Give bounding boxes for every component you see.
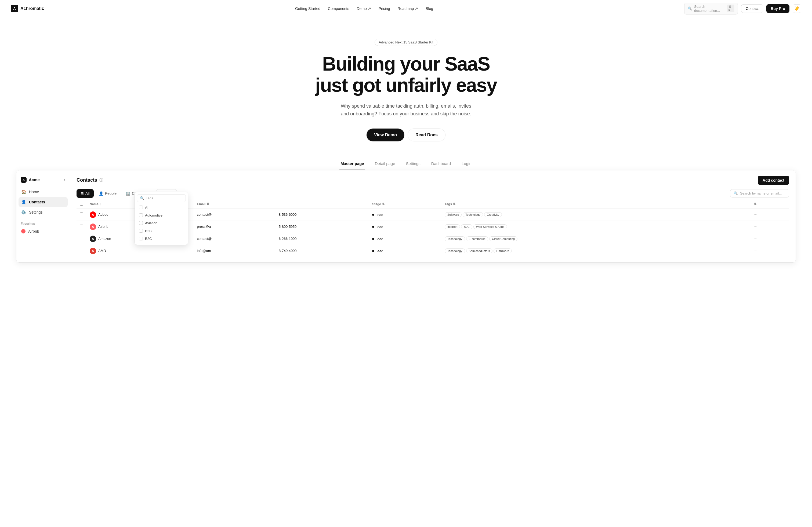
- row-menu-button[interactable]: ···: [754, 249, 757, 253]
- dropdown-search-icon: 🔍: [140, 196, 144, 200]
- search-contacts-icon: 🔍: [734, 191, 738, 195]
- tab-settings[interactable]: Settings: [405, 157, 422, 170]
- home-icon: 🏠: [21, 190, 26, 194]
- nav-demo[interactable]: Demo ↗: [357, 6, 371, 11]
- nav-pricing[interactable]: Pricing: [379, 6, 390, 11]
- ctab-people[interactable]: 👤 People: [95, 189, 121, 198]
- sidebar-airbnb-label: Airbnb: [28, 229, 39, 234]
- dropdown-item[interactable]: AI: [137, 204, 186, 211]
- nav-roadmap[interactable]: Roadmap ↗: [398, 6, 418, 11]
- row-checkbox[interactable]: [80, 212, 83, 216]
- dropdown-item-checkbox[interactable]: [139, 213, 143, 217]
- sidebar-settings-label: Settings: [29, 210, 43, 214]
- sidebar-item-home[interactable]: 🏠 Home: [18, 187, 68, 197]
- view-demo-button[interactable]: View Demo: [366, 129, 404, 141]
- ctab-all[interactable]: ⊞ All: [76, 189, 94, 198]
- row-checkbox-cell: [76, 209, 86, 221]
- row-menu-button[interactable]: ···: [754, 236, 757, 241]
- theme-toggle-button[interactable]: ☀️: [793, 4, 801, 13]
- all-icon: ⊞: [81, 191, 84, 196]
- row-phone-cell: 8-749-4000: [276, 245, 369, 257]
- dropdown-item-checkbox[interactable]: [139, 229, 143, 232]
- company-name: Amazon: [98, 237, 111, 241]
- dropdown-item[interactable]: Aviation: [137, 219, 186, 227]
- stage-badge: Lead: [372, 225, 383, 229]
- contacts-info-icon: ⓘ: [99, 178, 103, 183]
- company-name: AMD: [98, 249, 106, 253]
- contacts-search[interactable]: 🔍 Search by name or email...: [730, 189, 789, 197]
- search-kbd: ⌘ K: [727, 4, 735, 12]
- row-menu-button[interactable]: ···: [754, 224, 757, 229]
- stage-label: Lead: [375, 225, 383, 229]
- contacts-title: Contacts ⓘ: [76, 177, 103, 183]
- row-stage-cell: Lead: [369, 245, 441, 257]
- row-menu-cell: ···: [751, 245, 789, 257]
- tag-chip: Cloud Computing: [489, 236, 518, 241]
- dropdown-item-checkbox[interactable]: [139, 237, 143, 240]
- tags-dropdown: 🔍 Tags AIAutomotiveAviationB2BB2C: [134, 192, 188, 245]
- sidebar-header: A Acme ‹: [16, 175, 70, 187]
- nav-blog[interactable]: Blog: [425, 6, 433, 11]
- sidebar-item-contacts[interactable]: 👤 Contacts: [18, 197, 68, 207]
- contacts-header: Contacts ⓘ Add contact: [76, 176, 789, 185]
- dropdown-item-label: B2B: [145, 229, 152, 233]
- dropdown-item[interactable]: Automotive: [137, 211, 186, 219]
- tab-dashboard[interactable]: Dashboard: [430, 157, 452, 170]
- col-stage[interactable]: Stage ⇅: [369, 200, 441, 209]
- row-menu-button[interactable]: ···: [754, 212, 757, 217]
- row-email-cell: contact@: [193, 232, 276, 245]
- dropdown-item[interactable]: B2B: [137, 227, 186, 235]
- read-docs-button[interactable]: Read Docs: [408, 129, 446, 141]
- tag-chip: Software: [445, 212, 462, 217]
- hero-subtitle: Why spend valuable time tackling auth, b…: [336, 102, 476, 118]
- row-menu-cell: ···: [751, 221, 789, 232]
- dropdown-item-checkbox[interactable]: [139, 206, 143, 209]
- stage-label: Lead: [375, 237, 383, 241]
- tag-chip: E-commerce: [466, 236, 488, 241]
- tag-chip: Technology: [445, 249, 465, 253]
- dropdown-item[interactable]: B2C: [137, 235, 186, 243]
- stage-label: Lead: [375, 249, 383, 253]
- contact-button[interactable]: Contact: [741, 4, 763, 13]
- contacts-icon: 👤: [21, 200, 26, 205]
- tag-chip: Hardware: [494, 249, 512, 253]
- dropdown-search[interactable]: 🔍 Tags: [137, 194, 186, 202]
- row-checkbox[interactable]: [80, 225, 83, 228]
- tab-master-page[interactable]: Master page: [339, 157, 365, 170]
- nav-components[interactable]: Components: [328, 6, 349, 11]
- phone-value: 8-536-6000: [279, 212, 297, 216]
- row-checkbox[interactable]: [80, 237, 83, 240]
- company-logo: A: [90, 248, 96, 254]
- nav-getting-started[interactable]: Getting Started: [295, 6, 320, 11]
- dropdown-item-label: Aviation: [145, 221, 157, 225]
- tag-chip: Technology: [445, 236, 465, 241]
- settings-icon: ⚙️: [21, 210, 26, 215]
- logo[interactable]: A Achromatic: [11, 5, 44, 12]
- sidebar-workspace-name: Acme: [29, 177, 40, 182]
- search-box[interactable]: 🔍 Search documentation... ⌘ K: [684, 3, 738, 15]
- col-email[interactable]: Email ⇅: [193, 200, 276, 209]
- col-tags[interactable]: Tags ⇅: [441, 200, 751, 209]
- sidebar-favorite-airbnb[interactable]: Airbnb: [18, 227, 68, 235]
- sidebar-item-settings[interactable]: ⚙️ Settings: [18, 207, 68, 217]
- company-cell: A AMD: [90, 248, 190, 254]
- company-name: Airbnb: [98, 225, 108, 229]
- select-all-checkbox[interactable]: [80, 202, 83, 206]
- row-stage-cell: Lead: [369, 221, 441, 232]
- hero-section: Advanced Next 15 SaaS Starter Kit Buildi…: [0, 17, 812, 157]
- sidebar-workspace[interactable]: A Acme: [21, 177, 40, 183]
- row-checkbox-cell: [76, 221, 86, 232]
- tab-login[interactable]: Login: [461, 157, 473, 170]
- sidebar: A Acme ‹ 🏠 Home 👤 Contacts ⚙️ Settings F…: [16, 170, 70, 262]
- phone-value: 5-800-5959: [279, 225, 297, 229]
- dropdown-search-placeholder: Tags: [146, 196, 153, 200]
- sidebar-collapse-button[interactable]: ‹: [64, 177, 66, 182]
- companies-icon: 🏢: [126, 191, 130, 196]
- row-checkbox[interactable]: [80, 249, 83, 252]
- dropdown-item-checkbox[interactable]: [139, 221, 143, 225]
- tab-detail-page[interactable]: Detail page: [374, 157, 396, 170]
- row-stage-cell: Lead: [369, 209, 441, 221]
- add-contact-button[interactable]: Add contact: [758, 176, 789, 185]
- people-icon: 👤: [99, 191, 103, 196]
- buy-pro-button[interactable]: Buy Pro: [766, 4, 789, 13]
